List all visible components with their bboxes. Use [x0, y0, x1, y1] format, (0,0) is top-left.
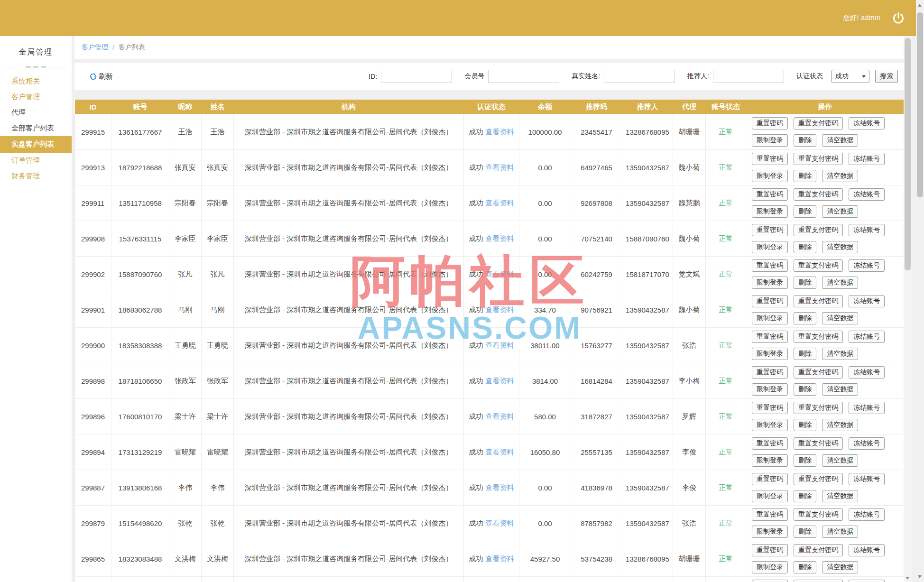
freeze-account-button[interactable]: 冻结账号 [849, 224, 885, 236]
reset-pay-password-button[interactable]: 重置支付密码 [794, 224, 843, 236]
filter-referrer-input[interactable] [713, 70, 784, 83]
reset-pay-password-button[interactable]: 重置支付密码 [794, 295, 843, 307]
auth-status-select[interactable]: 成功 [832, 70, 869, 83]
delete-button[interactable]: 删除 [794, 170, 816, 182]
clear-data-button[interactable]: 清空数据 [822, 454, 858, 467]
view-profile-link[interactable]: 查看资料 [486, 483, 514, 491]
delete-button[interactable]: 删除 [794, 241, 816, 253]
sidebar-item-finance[interactable]: 财务管理 [0, 168, 72, 184]
view-profile-link[interactable]: 查看资料 [486, 128, 514, 136]
restrict-login-button[interactable]: 限制登录 [752, 383, 788, 396]
freeze-account-button[interactable]: 冻结账号 [849, 437, 885, 450]
view-profile-link[interactable]: 查看资料 [486, 305, 514, 314]
page-scrollbar[interactable] [916, 0, 924, 582]
restrict-login-button[interactable]: 限制登录 [752, 312, 788, 324]
freeze-account-button[interactable]: 冻结账号 [849, 580, 885, 582]
clear-data-button[interactable]: 清空数据 [822, 312, 858, 324]
restrict-login-button[interactable]: 限制登录 [752, 134, 788, 147]
restrict-login-button[interactable]: 限制登录 [752, 419, 788, 431]
reset-pay-password-button[interactable]: 重置支付密码 [794, 402, 843, 414]
freeze-account-button[interactable]: 冻结账号 [849, 366, 885, 379]
refresh-button[interactable]: 刷新 [89, 72, 113, 81]
freeze-account-button[interactable]: 冻结账号 [849, 295, 885, 307]
sidebar-item-customer-mgmt[interactable]: 客户管理 [0, 89, 72, 105]
clear-data-button[interactable]: 清空数据 [822, 383, 858, 396]
restrict-login-button[interactable]: 限制登录 [752, 561, 788, 573]
sidebar-item-agents[interactable]: 代理 [0, 105, 72, 120]
view-profile-link[interactable]: 查看资料 [486, 163, 514, 171]
freeze-account-button[interactable]: 冻结账号 [849, 117, 885, 129]
clear-data-button[interactable]: 清空数据 [822, 526, 858, 538]
freeze-account-button[interactable]: 冻结账号 [849, 508, 885, 521]
view-profile-link[interactable]: 查看资料 [486, 412, 514, 420]
restrict-login-button[interactable]: 限制登录 [752, 526, 788, 538]
restrict-login-button[interactable]: 限制登录 [752, 205, 788, 218]
clear-data-button[interactable]: 清空数据 [822, 348, 858, 360]
freeze-account-button[interactable]: 冻结账号 [849, 259, 885, 272]
reset-password-button[interactable]: 重置密码 [752, 331, 788, 343]
freeze-account-button[interactable]: 冻结账号 [849, 188, 885, 201]
page-scroll-up-arrow-icon[interactable] [918, 4, 922, 7]
freeze-account-button[interactable]: 冻结账号 [849, 153, 885, 165]
delete-button[interactable]: 删除 [794, 561, 816, 573]
clear-data-button[interactable]: 清空数据 [822, 277, 858, 289]
filter-member-input[interactable] [488, 70, 559, 83]
freeze-account-button[interactable]: 冻结账号 [849, 331, 885, 343]
view-profile-link[interactable]: 查看资料 [486, 270, 514, 278]
reset-password-button[interactable]: 重置密码 [752, 259, 788, 272]
restrict-login-button[interactable]: 限制登录 [752, 241, 788, 253]
reset-pay-password-button[interactable]: 重置支付密码 [794, 188, 843, 201]
restrict-login-button[interactable]: 限制登录 [752, 170, 788, 182]
reset-password-button[interactable]: 重置密码 [752, 544, 788, 556]
delete-button[interactable]: 删除 [794, 383, 816, 396]
clear-data-button[interactable]: 清空数据 [822, 205, 858, 218]
reset-pay-password-button[interactable]: 重置支付密码 [794, 473, 843, 485]
delete-button[interactable]: 删除 [794, 134, 816, 147]
reset-pay-password-button[interactable]: 重置支付密码 [794, 117, 843, 129]
reset-pay-password-button[interactable]: 重置支付密码 [794, 366, 843, 379]
view-profile-link[interactable]: 查看资料 [486, 234, 514, 242]
page-scroll-down-arrow-icon[interactable] [918, 575, 922, 578]
reset-password-button[interactable]: 重置密码 [752, 295, 788, 307]
view-profile-link[interactable]: 查看资料 [486, 199, 514, 207]
reset-pay-password-button[interactable]: 重置支付密码 [794, 544, 843, 556]
delete-button[interactable]: 删除 [794, 348, 816, 360]
delete-button[interactable]: 删除 [794, 490, 816, 502]
search-button[interactable]: 搜索 [875, 70, 898, 83]
freeze-account-button[interactable]: 冻结账号 [849, 402, 885, 414]
reset-password-button[interactable]: 重置密码 [752, 366, 788, 379]
filter-realname-input[interactable] [604, 70, 675, 83]
delete-button[interactable]: 删除 [794, 419, 816, 431]
freeze-account-button[interactable]: 冻结账号 [849, 473, 885, 485]
sidebar-item-live-customers[interactable]: 实盘客户列表 [0, 136, 72, 153]
clear-data-button[interactable]: 清空数据 [822, 241, 858, 253]
filter-id-input[interactable] [381, 70, 452, 83]
restrict-login-button[interactable]: 限制登录 [752, 454, 788, 467]
content-scrollbar[interactable] [904, 36, 912, 582]
restrict-login-button[interactable]: 限制登录 [752, 490, 788, 502]
reset-pay-password-button[interactable]: 重置支付密码 [794, 508, 843, 521]
breadcrumb-section-link[interactable]: 客户管理 [82, 43, 108, 52]
content-scroll-down-arrow-icon[interactable] [906, 577, 909, 580]
delete-button[interactable]: 删除 [794, 526, 816, 538]
sidebar-item-orders[interactable]: 订单管理 [0, 153, 72, 168]
delete-button[interactable]: 删除 [794, 277, 816, 289]
reset-password-button[interactable]: 重置密码 [752, 402, 788, 414]
reset-pay-password-button[interactable]: 重置支付密码 [794, 580, 843, 582]
sidebar-item-system[interactable]: 系统相关 [0, 74, 72, 89]
restrict-login-button[interactable]: 限制登录 [752, 348, 788, 360]
power-icon[interactable] [892, 11, 905, 25]
reset-password-button[interactable]: 重置密码 [752, 224, 788, 236]
view-profile-link[interactable]: 查看资料 [486, 554, 514, 563]
clear-data-button[interactable]: 清空数据 [822, 561, 858, 573]
reset-password-button[interactable]: 重置密码 [752, 188, 788, 201]
reset-pay-password-button[interactable]: 重置支付密码 [794, 437, 843, 450]
delete-button[interactable]: 删除 [794, 454, 816, 467]
reset-password-button[interactable]: 重置密码 [752, 153, 788, 165]
reset-pay-password-button[interactable]: 重置支付密码 [794, 259, 843, 272]
restrict-login-button[interactable]: 限制登录 [752, 277, 788, 289]
reset-password-button[interactable]: 重置密码 [752, 508, 788, 521]
reset-password-button[interactable]: 重置密码 [752, 117, 788, 129]
clear-data-button[interactable]: 清空数据 [822, 134, 858, 147]
reset-password-button[interactable]: 重置密码 [752, 437, 788, 450]
